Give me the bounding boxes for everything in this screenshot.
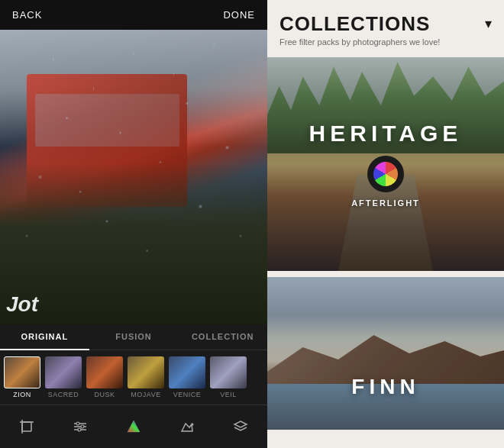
filter-dusk-preview — [86, 356, 123, 388]
left-header: BACK DONE — [0, 0, 267, 30]
filter-venice[interactable]: VENICE — [168, 356, 206, 398]
color-icon[interactable] — [120, 413, 147, 440]
collections-header-text: COLLECTIONS Free filter packs by photogr… — [279, 12, 440, 47]
filter-zion-label: ZION — [13, 391, 31, 398]
filter-bar: ORIGINAL FUSION COLLECTION ZION SACRED D… — [0, 324, 267, 404]
filter-sacred-label: SACRED — [48, 391, 79, 398]
afterlight-logo-inner — [373, 162, 398, 186]
collection-heritage[interactable]: HERITAGE AFTERLIGHT — [267, 57, 504, 271]
filter-thumbnails: ZION SACRED DUSK MOJAVE VENICE VEIL — [0, 350, 267, 404]
svg-point-7 — [81, 425, 84, 428]
back-button[interactable]: BACK — [12, 9, 42, 21]
collections-subtitle: Free filter packs by photographers we lo… — [279, 37, 440, 47]
filter-sacred-preview — [45, 356, 82, 388]
chevron-down-icon[interactable]: ▾ — [485, 15, 492, 32]
filter-venice-label: VENICE — [173, 391, 202, 398]
done-button[interactable]: DONE — [223, 9, 255, 21]
adjust-icon[interactable] — [66, 413, 94, 440]
afterlight-brand: AFTERLIGHT — [351, 198, 420, 208]
tab-original[interactable]: ORIGINAL — [0, 324, 89, 350]
finn-overlay: FINN — [267, 277, 504, 430]
tab-fusion[interactable]: FUSION — [89, 324, 179, 350]
filter-mojave[interactable]: MOJAVE — [127, 356, 165, 398]
left-panel: BACK DONE Jot ORIGINAL FUSION COLLECTION… — [0, 0, 267, 448]
filter-mojave-label: MOJAVE — [131, 391, 160, 398]
filter-dusk[interactable]: DUSK — [86, 356, 124, 398]
filter-dusk-label: DUSK — [94, 391, 115, 398]
collections-title: COLLECTIONS — [279, 12, 440, 36]
bottom-toolbar — [0, 404, 267, 448]
svg-rect-0 — [22, 422, 31, 431]
filter-zion-preview — [4, 356, 40, 388]
svg-point-12 — [192, 424, 194, 426]
collection-finn[interactable]: FINN — [267, 277, 504, 430]
draw-icon[interactable] — [173, 413, 201, 440]
collections-list: HERITAGE AFTERLIGHT FINN — [267, 51, 504, 448]
jot-watermark: Jot — [6, 292, 38, 317]
filter-veil-label: VEIL — [220, 391, 237, 398]
svg-point-6 — [76, 422, 79, 425]
collections-header: COLLECTIONS Free filter packs by photogr… — [267, 0, 504, 51]
right-panel: COLLECTIONS Free filter packs by photogr… — [267, 0, 504, 448]
filter-mojave-preview — [128, 356, 164, 388]
filter-venice-preview — [169, 356, 205, 388]
filter-veil[interactable]: VEIL — [209, 356, 247, 398]
photo-area: Jot — [0, 30, 267, 324]
filter-veil-preview — [210, 356, 247, 388]
crop-icon[interactable] — [13, 413, 40, 440]
svg-marker-13 — [234, 421, 247, 427]
heritage-overlay: HERITAGE AFTERLIGHT — [267, 57, 504, 271]
svg-marker-10 — [128, 421, 140, 432]
tab-collection[interactable]: COLLECTION — [178, 324, 267, 350]
layers-icon[interactable] — [227, 413, 254, 440]
finn-name: FINN — [351, 375, 419, 399]
svg-point-8 — [78, 428, 81, 431]
afterlight-logo — [367, 156, 404, 192]
heritage-name: HERITAGE — [309, 121, 463, 147]
filter-tabs: ORIGINAL FUSION COLLECTION — [0, 324, 267, 350]
photo-background — [0, 30, 267, 324]
rain-overlay — [0, 30, 267, 324]
filter-zion[interactable]: ZION — [3, 356, 41, 398]
filter-sacred[interactable]: SACRED — [44, 356, 82, 398]
